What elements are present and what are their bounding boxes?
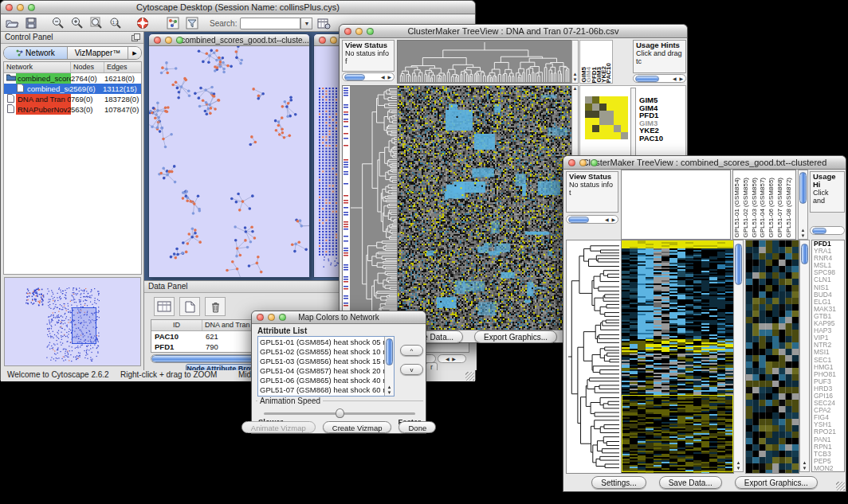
animation-speed-slider[interactable] xyxy=(264,412,415,415)
tv1-usage-hints: Usage HintsClick and drag tc xyxy=(633,40,686,73)
zoom-window-icon[interactable] xyxy=(176,37,183,44)
close-icon[interactable] xyxy=(6,4,13,11)
dialog-titlebar[interactable]: Map Colors to Network xyxy=(252,311,426,324)
save-session-icon[interactable] xyxy=(23,16,39,30)
network-row[interactable]: combined_sco2569(6)13112(15) xyxy=(4,84,141,94)
tv2-view-status: View StatusNo status info t xyxy=(566,171,618,213)
main-titlebar[interactable]: Cytoscape Desktop (Session Name: collins… xyxy=(1,1,475,14)
attribute-list-item[interactable]: GPL51-01 (GSM854) heat shock 05 min xyxy=(260,338,383,347)
attribute-id: PAC10 xyxy=(151,331,202,342)
tab-network[interactable]: Network xyxy=(4,47,68,59)
tv2-row-dendrogram[interactable] xyxy=(566,240,622,474)
zoom-window-icon[interactable] xyxy=(591,159,598,166)
tv2-heat-vscroll[interactable]: ▲▼ xyxy=(733,240,744,472)
zoom-fit-icon[interactable] xyxy=(88,16,104,30)
network-row[interactable]: DNA and Tran 07769(0)183728(0) xyxy=(4,94,141,104)
heatmap-cell xyxy=(585,118,592,125)
treeview1-titlebar[interactable]: ClusterMaker TreeView : DNA and Tran 07-… xyxy=(340,25,687,38)
tv1-status-scrollbar[interactable]: ◀ ▶ xyxy=(342,72,395,81)
heatmap-cell xyxy=(599,125,607,132)
search-dropdown-button[interactable]: ▼ xyxy=(300,18,312,29)
help-lifering-icon[interactable] xyxy=(135,16,151,30)
network-row[interactable]: combined_scores2764(0)16218(0) xyxy=(4,73,141,84)
export-graphics-button[interactable]: Export Graphics... xyxy=(474,330,557,343)
heatmap-cell xyxy=(621,104,628,111)
heatmap-cell xyxy=(621,96,628,104)
zoom-window-icon[interactable] xyxy=(367,28,374,35)
close-icon[interactable] xyxy=(344,28,351,35)
tab-vizmapper[interactable]: VizMapper™ xyxy=(68,47,128,59)
network-list-header[interactable]: Network Nodes Edges xyxy=(4,62,141,73)
folder-icon xyxy=(6,73,16,84)
zoom-window-icon[interactable] xyxy=(28,4,35,11)
tab-partial[interactable]: r xyxy=(426,362,438,370)
tv2-status-scrollbar[interactable]: ◀ ▶ xyxy=(566,215,618,224)
tv2-zoom-heatmap[interactable] xyxy=(745,240,799,474)
zoom-selected-icon[interactable]: 1:1 xyxy=(108,16,124,30)
create-vizmap-button[interactable]: Create Vizmap xyxy=(323,421,392,433)
attribute-list-item[interactable]: GPL51-02 (GSM855) heat shock 10 min xyxy=(260,347,383,357)
birdseye-view[interactable] xyxy=(4,277,141,366)
close-icon[interactable] xyxy=(568,159,575,166)
move-down-button[interactable]: v xyxy=(400,364,423,375)
minimize-icon[interactable] xyxy=(268,314,275,321)
treeview2-titlebar[interactable]: ClusterMaker TreeView : combined_scores_… xyxy=(563,156,846,170)
zoom-out-icon[interactable] xyxy=(50,16,66,30)
map-colors-dialog: Map Colors to Network Attribute List GPL… xyxy=(251,311,426,434)
close-icon[interactable] xyxy=(257,314,264,321)
attribute-list-item[interactable]: GPL51-07 (GSM868) heat shock 60 min xyxy=(260,385,383,395)
tabs-overflow-arrow[interactable]: ▶ xyxy=(128,47,141,59)
data-panel-hscroll-buttons[interactable]: ◀ ▶ xyxy=(438,354,466,363)
attribute-list-item[interactable]: GPL51-06 (GSM865) heat shock 40 min xyxy=(260,376,383,385)
zoom-window-icon[interactable] xyxy=(279,314,286,321)
tv1-zoom-heatmap[interactable] xyxy=(585,96,628,139)
window-controls[interactable] xyxy=(6,4,35,11)
minimize-icon[interactable] xyxy=(579,159,587,166)
document-icon xyxy=(6,104,16,115)
move-up-button[interactable]: ^ xyxy=(400,345,423,356)
minimize-icon[interactable] xyxy=(355,28,363,35)
node-editor-icon[interactable] xyxy=(165,16,181,30)
tv1-column-dendrogram[interactable] xyxy=(397,40,572,84)
resize-grip[interactable] xyxy=(465,372,474,381)
float-panel-icon[interactable] xyxy=(132,33,140,43)
new-attribute-icon[interactable] xyxy=(179,297,200,316)
resize-grip[interactable] xyxy=(836,482,845,490)
heatmap-cell xyxy=(621,111,628,118)
tv1-row-dendrogram[interactable] xyxy=(342,85,398,330)
minimize-icon[interactable] xyxy=(17,4,24,11)
delete-attribute-icon[interactable] xyxy=(205,297,226,316)
heatmap-cell xyxy=(592,111,599,118)
save-data-button[interactable]: Save Data... xyxy=(659,476,722,489)
heatmap-cell xyxy=(621,125,628,132)
done-button[interactable]: Done xyxy=(398,421,436,433)
tv2-column-dendrogram-area[interactable] xyxy=(621,170,731,240)
filter-icon[interactable] xyxy=(184,16,200,30)
attribute-browser-settings-icon[interactable] xyxy=(316,16,332,30)
tv2-hints-scrollbar[interactable] xyxy=(810,226,845,235)
open-session-icon[interactable] xyxy=(4,16,20,30)
close-icon[interactable] xyxy=(154,37,161,44)
settings-button[interactable]: Settings... xyxy=(591,476,646,489)
tv2-zoom-vscroll[interactable]: ▲▼ xyxy=(799,240,810,472)
close-icon[interactable] xyxy=(319,37,326,44)
network-row[interactable]: RNAPuberNov2+563(0)107847(0) xyxy=(4,104,141,115)
tv2-heatmap[interactable] xyxy=(621,240,734,474)
zoom-in-icon[interactable] xyxy=(69,16,85,30)
heatmap-cell xyxy=(614,104,621,111)
export-graphics-button[interactable]: Export Graphics... xyxy=(735,476,818,489)
tv1-heatmap[interactable] xyxy=(397,85,572,330)
select-attributes-icon[interactable] xyxy=(154,297,175,316)
minimize-icon[interactable] xyxy=(165,37,172,44)
network-canvas-1[interactable] xyxy=(149,46,309,277)
tv2-collabel-scrollbar[interactable]: ▲▼ xyxy=(798,170,808,240)
attribute-list-item[interactable]: GPL51-04 (GSM857) heat shock 20 min xyxy=(260,366,383,376)
tv1-mini-vscroll[interactable]: ▲▼ xyxy=(571,40,579,84)
animate-vizmap-button[interactable]: Animate Vizmap xyxy=(241,421,316,433)
attribute-list-scrollbar[interactable]: ▲▼ xyxy=(384,337,394,396)
attribute-list-item[interactable]: GPL51-03 (GSM856) heat shock 15 min xyxy=(260,357,383,366)
minimize-icon[interactable] xyxy=(330,37,337,44)
slider-thumb[interactable] xyxy=(336,408,344,418)
search-input[interactable] xyxy=(240,18,300,29)
tv1-hints-scrollbar[interactable]: ◀ ▶ xyxy=(633,74,686,83)
